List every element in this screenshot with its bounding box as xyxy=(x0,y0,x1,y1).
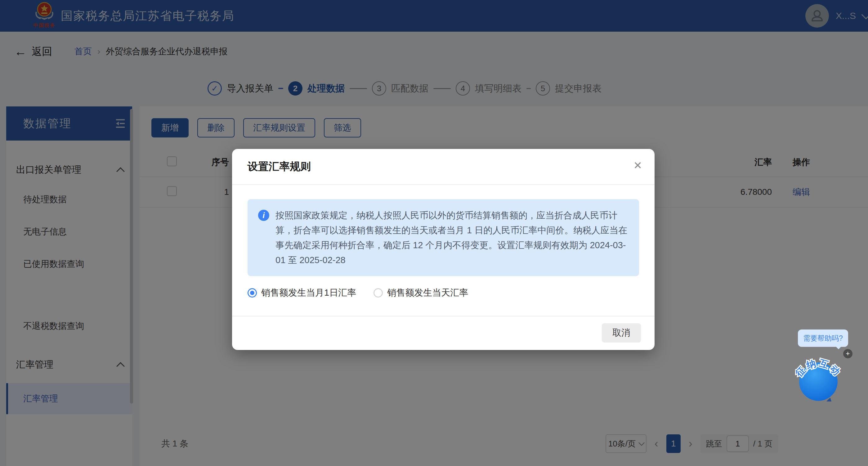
modal-footer: 取消 xyxy=(232,316,655,350)
page-root: 中国税务 国家税务总局江苏省电子税务局 X...S ← 返回 首页 › 外贸综合… xyxy=(0,0,868,466)
radio-selected-icon[interactable] xyxy=(248,288,257,298)
info-icon: i xyxy=(258,210,269,221)
radio-unselected-icon[interactable] xyxy=(373,288,383,298)
help-tooltip: 需要帮助吗? xyxy=(798,330,848,347)
rate-rule-options: 销售额发生当月1日汇率 销售额发生当天汇率 xyxy=(248,287,639,299)
assistant-avatar[interactable]: 征纳互动 xyxy=(795,350,842,403)
policy-info-text: 按照国家政策规定，纳税人按照人民币以外的货币结算销售额的，应当折合成人民币计算，… xyxy=(276,208,628,268)
plus-button[interactable]: + xyxy=(843,349,852,358)
set-rate-rule-modal: 设置汇率规则 ✕ i 按照国家政策规定，纳税人按照人民币以外的货币结算销售额的，… xyxy=(232,149,655,350)
cancel-button[interactable]: 取消 xyxy=(602,323,641,343)
modal-header: 设置汇率规则 ✕ xyxy=(232,149,655,185)
close-icon[interactable]: ✕ xyxy=(633,160,643,170)
radio-same-day-rate[interactable]: 销售额发生当天汇率 xyxy=(373,287,468,299)
modal-title: 设置汇率规则 xyxy=(248,159,311,174)
policy-info-box: i 按照国家政策规定，纳税人按照人民币以外的货币结算销售额的，应当折合成人民币计… xyxy=(248,199,639,276)
radio-month-first-day-rate[interactable]: 销售额发生当月1日汇率 xyxy=(248,287,356,299)
modal-body: i 按照国家政策规定，纳税人按照人民币以外的货币结算销售额的，应当折合成人民币计… xyxy=(232,185,655,316)
